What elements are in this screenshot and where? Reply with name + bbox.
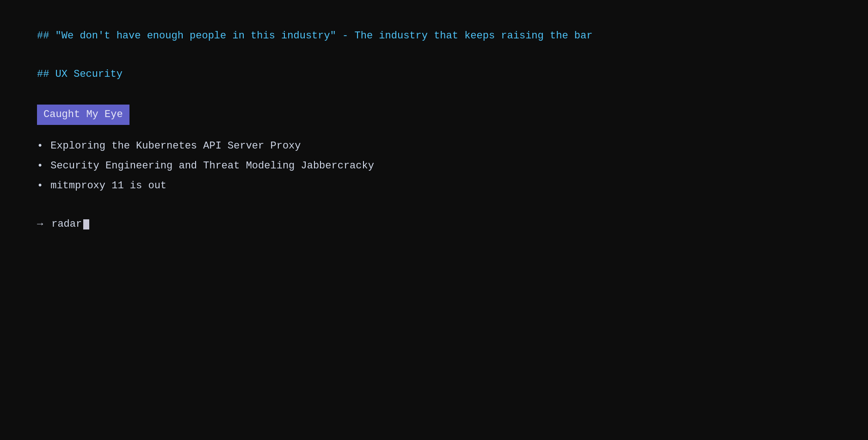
heading-ux-security: ## UX Security: [37, 66, 831, 82]
terminal-content: ## "We don't have enough people in this …: [37, 28, 831, 232]
list-item-text: Exploring the Kubernetes API Server Prox…: [50, 138, 301, 154]
caught-my-eye-label: Caught My Eye: [37, 105, 129, 124]
bullet-list: Exploring the Kubernetes API Server Prox…: [37, 138, 831, 194]
prompt-command: radar: [51, 216, 82, 232]
prompt-arrow-icon: →: [37, 216, 43, 232]
cursor-blink: [83, 219, 89, 229]
heading-industry: ## "We don't have enough people in this …: [37, 28, 831, 44]
list-item: Exploring the Kubernetes API Server Prox…: [37, 138, 831, 154]
list-item: mitmproxy 11 is out: [37, 178, 831, 194]
list-item-text: mitmproxy 11 is out: [50, 178, 166, 194]
list-item-text: Security Engineering and Threat Modeling…: [50, 158, 374, 174]
prompt-line: → radar: [37, 216, 831, 232]
list-item: Security Engineering and Threat Modeling…: [37, 158, 831, 174]
